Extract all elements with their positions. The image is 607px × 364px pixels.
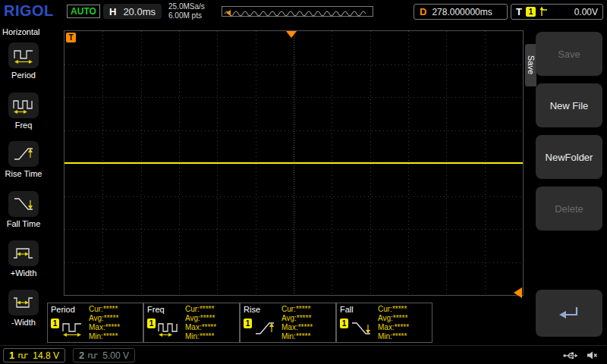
measurement-avg: Avg:***** (185, 314, 216, 323)
channel2-wave-icon (88, 352, 99, 359)
channel1-scale: 14.8 V (33, 350, 59, 361)
measurement-values: Cur:***** Avg:***** Max:***** Min:***** (185, 305, 216, 341)
measurement-min: Min:***** (378, 332, 409, 341)
measurement-period: Period 1 Cur:***** Avg:***** Max:***** M… (47, 303, 143, 343)
measurement-max: Max:***** (185, 323, 216, 332)
measurement-name: Fall (340, 305, 354, 314)
menu-item-fall-time[interactable]: Fall Time (0, 191, 47, 228)
top-bar: RIGOL AUTO H 20.0ms 25.0MSa/s 6.00M pts … (0, 0, 607, 23)
return-arrow-icon (556, 303, 582, 323)
measurement-min: Min:***** (281, 332, 313, 341)
rising-edge-icon (539, 6, 549, 17)
measurement-freq: Freq 1 Cur:***** Avg:***** Max:***** Min… (143, 303, 240, 343)
freq-icon (8, 93, 39, 118)
measurement-cur: Cur:***** (185, 305, 216, 314)
trigger-label: T (516, 6, 522, 17)
measurement-panel: Period 1 Cur:***** Avg:***** Max:***** M… (47, 303, 432, 343)
trigger-level-icon (514, 287, 522, 298)
measurement-min: Min:***** (89, 332, 120, 341)
speaker-icon (586, 350, 598, 360)
measurement-rise: Rise 1 Cur:***** Avg:***** Max:***** Min… (240, 303, 336, 343)
measurement-max: Max:***** (378, 323, 409, 332)
trigger-level: 0.00V (574, 7, 598, 17)
waveform-preview-trace (222, 8, 373, 17)
measurement-cur: Cur:***** (89, 305, 120, 314)
menu-item-label: Rise Time (0, 169, 47, 178)
measurement-max: Max:***** (89, 323, 120, 332)
freq-icon (157, 318, 180, 338)
measurement-max: Max:***** (281, 323, 313, 332)
left-menu: Horizontal Period Freq Rise Time Fall Ti… (0, 23, 47, 345)
measurement-values: Cur:***** Avg:***** Max:***** Min:***** (281, 305, 313, 341)
menu-item-label: Freq (0, 121, 47, 130)
menu-item-plus-width[interactable]: +Width (0, 240, 47, 278)
sample-rate: 25.0MSa/s (168, 2, 205, 11)
measurement-avg: Avg:***** (89, 314, 120, 323)
delay-readout: D 278.000000ms (414, 4, 508, 20)
trigger-source-badge: 1 (526, 7, 536, 17)
menu-item-freq[interactable]: Freq (0, 93, 47, 130)
save-button[interactable]: Save (536, 32, 602, 76)
measurement-avg: Avg:***** (378, 314, 409, 323)
usb-icon (563, 350, 578, 361)
measurement-values: Cur:***** Avg:***** Max:***** Min:***** (89, 305, 120, 341)
waveform-preview (222, 6, 373, 17)
channel-badge: 1 (244, 318, 252, 328)
rise-time-icon (8, 141, 39, 167)
horizontal-label: H (109, 6, 116, 17)
trigger-position-offscreen-marker: T (66, 33, 76, 42)
measurement-fall: Fall 1 Cur:***** Avg:***** Max:***** Min… (336, 303, 432, 343)
menu-item-label: Fall Time (0, 219, 47, 228)
new-folder-button[interactable]: NewFolder (536, 135, 602, 179)
channel1-trace (64, 162, 523, 164)
graticule: T (64, 30, 524, 296)
left-menu-title: Horizontal (2, 27, 40, 36)
measurement-name: Period (51, 305, 75, 314)
delete-button[interactable]: Delete (536, 187, 602, 231)
minus-width-icon (8, 290, 39, 315)
channel-badge: 1 (340, 318, 348, 328)
channel-badge: 1 (51, 318, 59, 328)
trigger-position-icon (286, 31, 297, 38)
status-bar: 1 14.8 V 2 5.00 V (0, 345, 607, 364)
menu-item-label: +Width (0, 268, 47, 278)
channel1-wave-icon (18, 352, 29, 359)
fall-time-icon (350, 318, 373, 338)
period-icon (8, 42, 39, 68)
timebase-value: 20.0ms (123, 6, 156, 17)
channel2-status: 2 5.00 V (73, 348, 135, 362)
channel1-status: 1 14.8 V (3, 348, 65, 362)
horizontal-timebase-readout: H 20.0ms (103, 4, 162, 19)
memory-depth: 6.00M pts (168, 11, 205, 20)
window-position-marker (226, 10, 231, 16)
trigger-readout: T 1 0.00V (511, 4, 603, 20)
measurement-min: Min:***** (185, 332, 216, 341)
delay-label: D (420, 6, 426, 17)
rigol-logo: RIGOL (4, 2, 54, 20)
period-icon (61, 318, 83, 338)
channel2-scale: 5.00 V (102, 350, 129, 361)
channel-badge: 1 (147, 318, 156, 328)
measurement-values: Cur:***** Avg:***** Max:***** Min:***** (378, 305, 409, 341)
menu-item-period[interactable]: Period (0, 42, 47, 80)
delay-value: 278.000000ms (432, 7, 492, 17)
menu-tab-save: Save (525, 44, 536, 86)
menu-item-label: -Width (0, 318, 47, 327)
plus-width-icon (8, 240, 39, 266)
measurement-cur: Cur:***** (378, 305, 409, 314)
menu-item-label: Period (0, 71, 47, 80)
channel1-number: 1 (9, 350, 14, 361)
menu-item-rise-time[interactable]: Rise Time (0, 141, 47, 178)
fall-time-icon (8, 191, 39, 217)
right-menu: Save Save New File NewFolder Delete (525, 23, 607, 345)
return-button[interactable] (536, 290, 602, 337)
menu-item-minus-width[interactable]: -Width (0, 290, 47, 327)
acquisition-info: 25.0MSa/s 6.00M pts (168, 2, 205, 20)
run-status-badge: AUTO (67, 5, 100, 18)
measurement-name: Freq (147, 305, 165, 314)
measurement-avg: Avg:***** (281, 314, 313, 323)
measurement-cur: Cur:***** (281, 305, 313, 314)
measurement-name: Rise (244, 305, 260, 314)
new-file-button[interactable]: New File (536, 83, 602, 127)
rise-time-icon (253, 318, 276, 338)
